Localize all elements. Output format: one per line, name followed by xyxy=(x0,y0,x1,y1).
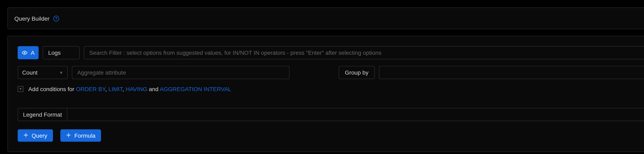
svg-point-0 xyxy=(53,16,58,21)
aggregation-interval-link[interactable]: AGGREGATION INTERVAL xyxy=(160,86,231,92)
builder-panel: A Logs Count ▼ Group by xyxy=(7,36,644,152)
having-link[interactable]: HAVING xyxy=(126,86,147,92)
plus-icon xyxy=(66,132,71,139)
filter-row: A Logs xyxy=(18,46,644,59)
legend-row: Legend Format xyxy=(18,108,644,121)
aggregation-row: Count ▼ Group by xyxy=(18,66,644,79)
legend-format-input[interactable] xyxy=(67,108,644,121)
aggregate-attribute-input[interactable] xyxy=(72,66,290,79)
source-value: Logs xyxy=(48,49,61,56)
query-id-label: A xyxy=(31,49,34,56)
source-select[interactable]: Logs xyxy=(43,46,80,59)
add-formula-label: Formula xyxy=(74,132,96,139)
bottom-row: Query Formula Run Query xyxy=(18,129,644,142)
aggregation-value: Count xyxy=(22,69,38,76)
svg-point-1 xyxy=(56,20,56,20)
add-query-button[interactable]: Query xyxy=(18,129,53,142)
add-formula-button[interactable]: Formula xyxy=(60,129,101,142)
query-id-toggle[interactable]: A xyxy=(18,46,39,59)
add-query-label: Query xyxy=(32,132,47,139)
plus-icon xyxy=(24,132,28,139)
expand-icon[interactable]: + xyxy=(18,86,24,92)
legend-format-label: Legend Format xyxy=(18,108,67,121)
search-filter-input[interactable] xyxy=(84,46,644,59)
conditions-text: Add conditions for ORDER BY, LIMIT, HAVI… xyxy=(28,86,231,92)
chevron-down-icon: ▼ xyxy=(59,70,63,75)
svg-point-6 xyxy=(24,52,25,53)
limit-link[interactable]: LIMIT xyxy=(108,86,122,92)
help-icon[interactable] xyxy=(53,15,59,22)
order-by-link[interactable]: ORDER BY xyxy=(76,86,105,92)
eye-icon xyxy=(22,50,28,55)
conditions-row: + Add conditions for ORDER BY, LIMIT, HA… xyxy=(18,86,644,92)
group-by-input[interactable] xyxy=(379,66,644,79)
header-left: Query Builder xyxy=(14,15,60,22)
header-panel: Query Builder Save view xyxy=(7,7,644,29)
bottom-left: Query Formula xyxy=(18,129,101,142)
page-title: Query Builder xyxy=(14,15,50,22)
aggregation-select[interactable]: Count ▼ xyxy=(18,66,68,79)
group-by-label: Group by xyxy=(339,66,375,79)
